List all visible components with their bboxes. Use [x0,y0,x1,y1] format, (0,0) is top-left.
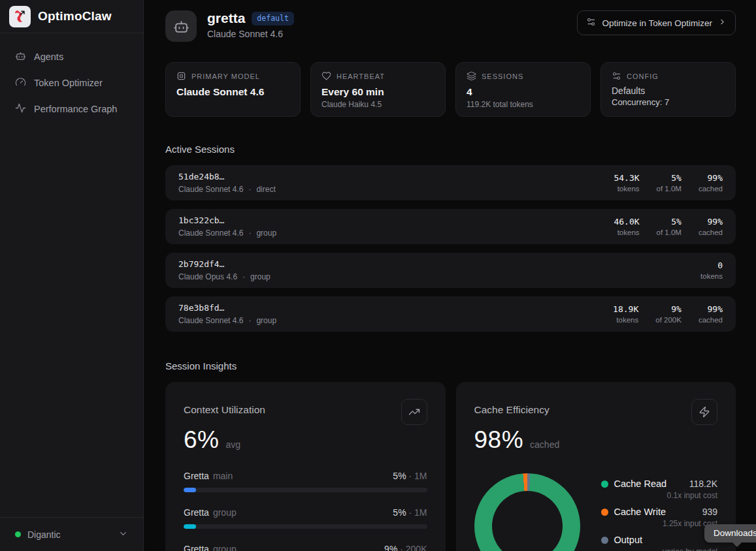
page-header: gretta default Claude Sonnet 4.6 Optimiz… [165,10,736,42]
session-row[interactable]: 1bc322cb… Claude Sonnet 4.6 · group 46.0… [165,209,736,244]
session-insights-heading: Session Insights [165,360,736,371]
session-row[interactable]: 78e3b8fd… Claude Sonnet 4.6 · group 18.9… [165,296,736,332]
session-id: 51de24b8… [178,172,276,181]
cache-pct-suffix: cached [530,439,559,450]
session-tokens: 46.0K [614,217,639,227]
session-stat-label: cached [698,185,723,193]
cache-donut-chart [474,473,580,551]
session-row[interactable]: 51de24b8… Claude Sonnet 4.6 · direct 54.… [165,165,736,200]
util-tag: group [213,507,237,518]
agent-avatar [165,10,197,42]
session-id: 1bc322cb… [178,215,276,225]
util-limit: 200K [406,544,427,551]
legend-sub: 1.25x input cost [601,519,718,528]
session-stat-label: tokens [700,272,723,280]
layers-icon [467,71,476,81]
main-content: gretta default Claude Sonnet 4.6 Optimiz… [144,0,756,551]
logo-row[interactable]: OptimoClaw [0,0,143,33]
session-stat-label: of 1.0M [657,228,682,236]
zap-button[interactable] [691,399,717,425]
stat-card-primary-model: PRIMARY MODEL Claude Sonnet 4.6 [165,62,301,117]
sidebar-item-token-optimizer[interactable]: Token Optimizer [0,70,143,96]
legend-sub: 0.1x input cost [601,491,718,500]
stat-card-value: 4 [467,86,580,98]
sidebar-item-label: Token Optimizer [34,78,103,88]
stat-card-sub: Concurrency: 7 [612,97,725,107]
sidebar-nav: Agents Token Optimizer Performance Graph [0,33,143,133]
session-stat-label: of 1.0M [657,185,682,193]
stat-card-config: CONFIG Defaults Concurrency: 7 [600,62,736,117]
agent-model: Claude Sonnet 4.6 [207,29,294,39]
session-id: 78e3b8fd… [178,303,276,313]
legend-row-cache-read: Cache Read 118.2K 0.1x input cost [601,479,718,500]
session-stat-label: cached [698,316,723,324]
insights-grid: Context Utilization 6% avg Grettamain 5%… [165,382,736,551]
session-stat-label: cached [698,228,723,236]
session-type: direct [256,185,275,194]
context-avg-suffix: avg [225,439,240,450]
session-type: group [256,316,276,325]
session-context-pct: 9% [655,304,682,314]
sidebar-item-performance-graph[interactable]: Performance Graph [0,96,143,122]
session-stat-label: tokens [614,185,639,193]
legend-label: Cache Read [614,479,667,489]
util-bar-fill [184,524,196,529]
legend-label: Cache Write [614,507,666,517]
util-pct: 5% [393,471,406,481]
workspace-name: Digantic [27,529,61,540]
util-bar-track [184,488,427,492]
session-list: 51de24b8… Claude Sonnet 4.6 · direct 54.… [165,165,736,332]
util-limit: 1M [414,471,427,481]
util-pct: 5% [393,507,406,518]
legend-value: 939 [702,507,717,517]
bot-icon [15,50,26,63]
session-row[interactable]: 2b792df4… Claude Opus 4.6 · group 0token… [165,253,736,288]
sidebar: OptimoClaw Agents Token Optimizer Perfor… [0,0,144,551]
util-bar-track [184,524,427,529]
separator-dot: · [248,185,251,194]
session-model: Claude Sonnet 4.6 [178,185,243,194]
stat-card-value: Claude Sonnet 4.6 [176,86,289,98]
optimize-button[interactable]: Optimize in Token Optimizer [577,10,736,35]
stat-card-heartbeat: HEARTBEAT Every 60 min Claude Haiku 4.5 [310,62,446,117]
separator-dot: · [408,471,412,481]
sliders-icon [586,17,596,29]
util-limit: 1M [414,507,427,518]
trending-up-button[interactable] [401,399,427,425]
legend-dot [601,509,608,516]
session-tokens: 54.3K [614,173,639,183]
utilization-row: Grettamain 5% · 1M [184,471,427,492]
session-model: Claude Sonnet 4.6 [178,316,243,325]
page-title: gretta [207,10,245,26]
card-title: Context Utilization [184,399,265,416]
sidebar-item-agents[interactable]: Agents [0,44,143,70]
util-bar-fill [184,488,196,492]
utilization-row: Grettagroup 9% · 200K [184,544,427,551]
downloads-tooltip[interactable]: Downloads [704,524,756,543]
brand-name: OptimoClaw [38,9,112,24]
session-stat-label: tokens [614,228,639,236]
session-stat-label: of 200K [655,316,682,324]
workspace-switcher[interactable]: Digantic [0,517,143,551]
downloads-tooltip-label: Downloads [714,528,756,538]
legend-dot [601,537,608,544]
separator-dot: · [248,316,251,325]
stat-card-sub: Claude Haiku 4.5 [321,100,435,109]
legend-row-output: Output varies by model [601,535,718,551]
cache-pct-value: 98% [474,426,524,454]
gauge-icon [15,76,26,89]
chevron-down-icon [118,529,128,541]
status-dot [15,531,21,537]
session-cached-pct: 99% [698,173,723,183]
legend-row-cache-write: Cache Write 939 1.25x input cost [601,507,718,528]
util-pct: 9% [384,544,397,551]
stat-card-label: SESSIONS [482,72,523,80]
context-avg-value: 6% [184,426,219,454]
legend-dot [601,480,608,488]
stat-card-label: CONFIG [627,72,659,80]
stat-card-value: Defaults [612,86,725,96]
optimize-button-label: Optimize in Token Optimizer [602,18,712,28]
separator-dot: · [408,507,412,518]
separator-dot: · [248,228,251,238]
session-cached-pct: 99% [698,304,723,314]
